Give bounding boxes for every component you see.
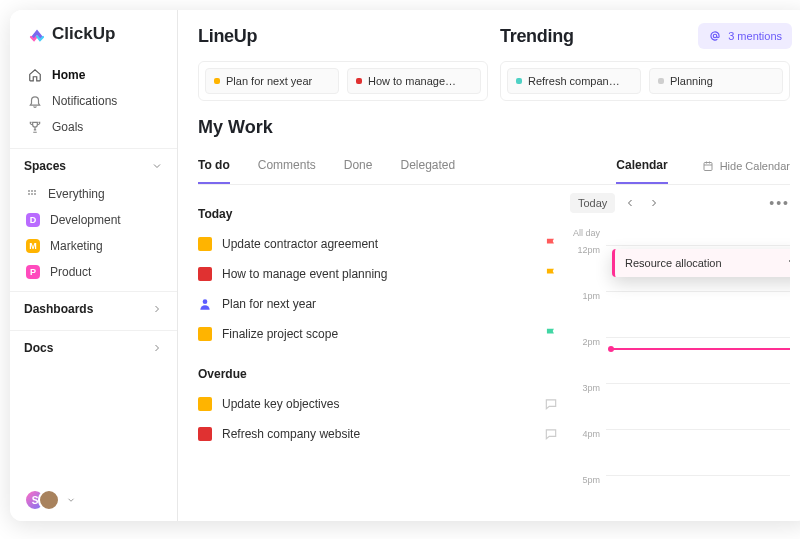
- space-badge-p: P: [26, 265, 40, 279]
- grid-icon: [26, 188, 38, 200]
- task-row[interactable]: How to manage event planning: [198, 259, 558, 289]
- space-marketing[interactable]: M Marketing: [10, 233, 177, 259]
- trending-bar: Refresh compan… Planning: [500, 61, 790, 101]
- flag-icon[interactable]: [544, 327, 558, 341]
- brand-logo[interactable]: ClickUp: [10, 10, 177, 60]
- avatar: [38, 489, 60, 511]
- calendar-event[interactable]: Resource allocation: [612, 249, 790, 277]
- chevron-right-icon: [151, 342, 163, 354]
- mywork-title: My Work: [198, 117, 790, 138]
- time-slot[interactable]: [606, 429, 790, 475]
- calendar-column: Today ••• All day 12pm 1pm 2pm 3pm 4pm 5…: [570, 185, 790, 521]
- dashboards-header[interactable]: Dashboards: [10, 291, 177, 324]
- calendar-grid: All day 12pm 1pm 2pm 3pm 4pm 5pm Resourc…: [570, 223, 790, 521]
- status-dot: [658, 78, 664, 84]
- nav-home[interactable]: Home: [20, 62, 167, 88]
- space-everything-label: Everything: [48, 187, 105, 201]
- time-label: 5pm: [570, 475, 606, 485]
- time-label: 3pm: [570, 383, 606, 393]
- status-dot: [198, 237, 212, 251]
- clickup-logo-icon: [28, 25, 46, 43]
- tab-row: To do Comments Done Delegated Calendar H…: [198, 148, 790, 185]
- chat-icon[interactable]: [544, 397, 558, 411]
- tab-calendar[interactable]: Calendar: [616, 148, 667, 184]
- tab-done[interactable]: Done: [344, 148, 373, 184]
- main-content: LineUp Plan for next year How to manage……: [178, 10, 800, 521]
- nav-goals-label: Goals: [52, 120, 83, 134]
- tab-comments[interactable]: Comments: [258, 148, 316, 184]
- space-badge-m: M: [26, 239, 40, 253]
- avatar-stack[interactable]: S: [24, 489, 60, 511]
- mentions-label: 3 mentions: [728, 30, 782, 42]
- brand-name: ClickUp: [52, 24, 115, 44]
- event-title: Resource allocation: [625, 257, 722, 269]
- time-label: 12pm: [570, 245, 606, 255]
- hide-calendar-button[interactable]: Hide Calendar: [702, 160, 790, 172]
- task-name: Plan for next year: [222, 297, 558, 311]
- svg-point-8: [203, 299, 208, 304]
- time-slot[interactable]: [606, 337, 790, 383]
- task-row[interactable]: Refresh company website: [198, 419, 558, 449]
- trending-item-label: Planning: [670, 75, 713, 87]
- svg-point-3: [28, 193, 30, 195]
- task-name: Update contractor agreement: [222, 237, 534, 251]
- status-dot: [356, 78, 362, 84]
- calendar-prev-button[interactable]: [621, 194, 639, 212]
- task-row[interactable]: Update contractor agreement: [198, 229, 558, 259]
- svg-point-5: [34, 193, 36, 195]
- space-everything[interactable]: Everything: [10, 181, 177, 207]
- space-development[interactable]: D Development: [10, 207, 177, 233]
- lineup-item[interactable]: Plan for next year: [205, 68, 339, 94]
- nav-home-label: Home: [52, 68, 85, 82]
- task-name: Finalize project scope: [222, 327, 534, 341]
- status-dot: [516, 78, 522, 84]
- task-row[interactable]: Update key objectives: [198, 389, 558, 419]
- status-dot: [198, 397, 212, 411]
- chevron-down-icon: [66, 495, 76, 505]
- tab-delegated[interactable]: Delegated: [400, 148, 455, 184]
- now-indicator: [612, 348, 790, 350]
- status-dot: [198, 267, 212, 281]
- task-row[interactable]: Plan for next year: [198, 289, 558, 319]
- lineup-item-label: Plan for next year: [226, 75, 312, 87]
- spaces-header[interactable]: Spaces: [10, 148, 177, 181]
- space-product[interactable]: P Product: [10, 259, 177, 285]
- mentions-button[interactable]: 3 mentions: [698, 23, 792, 49]
- nav-notifications[interactable]: Notifications: [20, 88, 167, 114]
- lineup-item[interactable]: How to manage…: [347, 68, 481, 94]
- space-badge-d: D: [26, 213, 40, 227]
- time-slot[interactable]: [606, 475, 790, 521]
- svg-rect-7: [704, 163, 712, 171]
- hide-calendar-label: Hide Calendar: [720, 160, 790, 172]
- task-name: Refresh company website: [222, 427, 534, 441]
- docs-header[interactable]: Docs: [10, 330, 177, 363]
- calendar-next-button[interactable]: [645, 194, 663, 212]
- task-row[interactable]: Finalize project scope: [198, 319, 558, 349]
- flag-icon[interactable]: [544, 267, 558, 281]
- spaces-header-label: Spaces: [24, 159, 66, 173]
- move-icon[interactable]: [788, 255, 790, 267]
- at-icon: [708, 29, 722, 43]
- tab-todo[interactable]: To do: [198, 148, 230, 184]
- time-slot[interactable]: [606, 383, 790, 429]
- nav-goals[interactable]: Goals: [20, 114, 167, 140]
- docs-label: Docs: [24, 341, 53, 355]
- chat-icon[interactable]: [544, 427, 558, 441]
- space-product-label: Product: [50, 265, 91, 279]
- status-dot: [214, 78, 220, 84]
- lineup-bar: Plan for next year How to manage…: [198, 61, 488, 101]
- trending-item[interactable]: Refresh compan…: [507, 68, 641, 94]
- trophy-icon: [28, 120, 42, 134]
- space-marketing-label: Marketing: [50, 239, 103, 253]
- calendar-today-button[interactable]: Today: [570, 193, 615, 213]
- trending-item[interactable]: Planning: [649, 68, 783, 94]
- allday-label: All day: [570, 228, 606, 238]
- calendar-more-button[interactable]: •••: [769, 195, 790, 211]
- time-slot[interactable]: [606, 291, 790, 337]
- calendar-icon: [702, 160, 714, 172]
- svg-point-4: [31, 193, 33, 195]
- person-icon: [198, 297, 212, 311]
- lineup-item-label: How to manage…: [368, 75, 456, 87]
- tasks-column: Today Update contractor agreement How to…: [198, 185, 570, 521]
- flag-icon[interactable]: [544, 237, 558, 251]
